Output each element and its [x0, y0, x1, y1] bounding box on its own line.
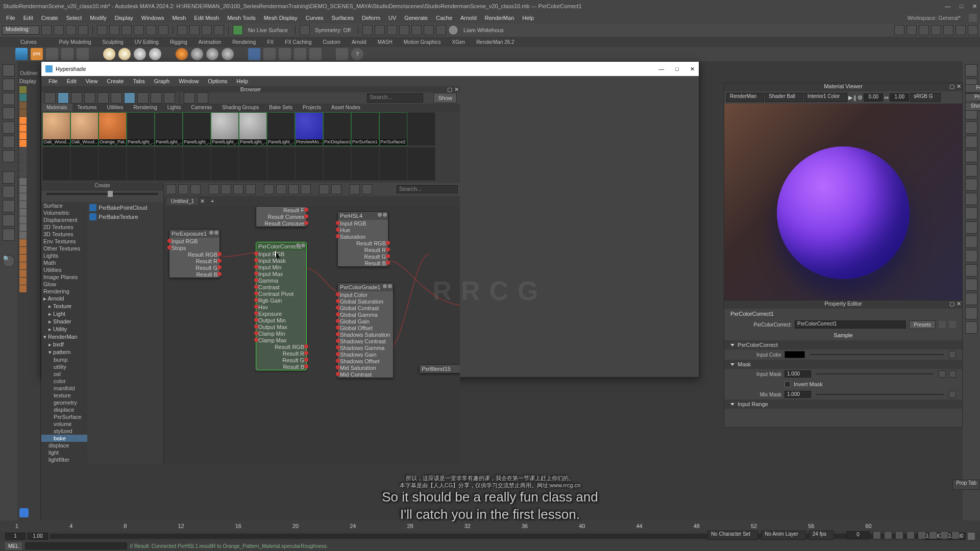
hs-menu-window[interactable]: Window — [175, 77, 203, 85]
mode-selector[interactable]: Modeling — [2, 26, 39, 35]
hs-menu-file[interactable]: File — [44, 77, 62, 85]
hs-menu-edit[interactable]: Edit — [63, 77, 81, 85]
outliner-item[interactable] — [19, 163, 27, 170]
panel-layout-icon[interactable] — [931, 25, 941, 35]
bins-tool[interactable] — [276, 184, 286, 194]
shelf-tab[interactable]: Rendering — [227, 38, 261, 46]
channel-icon[interactable] — [965, 179, 977, 191]
step-fwd-icon[interactable] — [940, 531, 948, 539]
menu-arnold[interactable]: Arnold — [457, 14, 480, 22]
property-icon[interactable] — [949, 321, 956, 328]
shelf-tab[interactable]: Rigging — [165, 38, 192, 46]
browser-btn[interactable] — [197, 92, 208, 104]
panel-layout-icon[interactable] — [955, 25, 966, 35]
browser-btn[interactable] — [97, 92, 109, 104]
hs-menu-tabs[interactable]: Tabs — [129, 77, 149, 85]
browser-tab[interactable]: Lights — [162, 104, 186, 111]
rewind-icon[interactable] — [873, 531, 881, 539]
shelf-button[interactable] — [248, 48, 260, 60]
panel-close-icon[interactable]: ✕ — [454, 86, 459, 93]
channel-icon[interactable] — [965, 279, 977, 291]
material-swatch[interactable]: PxrSurface2 — [379, 112, 407, 146]
browser-tab[interactable]: Rendering — [129, 104, 162, 111]
bins-tab-close-icon[interactable]: ✕ — [198, 198, 207, 205]
prev-key-icon[interactable] — [895, 531, 903, 539]
play-icon[interactable]: ▶ — [848, 94, 852, 101]
panel-layout-icon[interactable] — [943, 25, 953, 35]
channel-icon[interactable] — [965, 236, 977, 248]
hs-menu-options[interactable]: Options — [204, 77, 231, 85]
material-swatch[interactable]: Oak_Wood... — [42, 112, 70, 146]
fps-selector[interactable]: 24 fps — [809, 531, 834, 540]
menu-uv[interactable]: UV — [385, 14, 399, 22]
toolbar-icon[interactable] — [66, 25, 76, 35]
bins-tool[interactable] — [350, 184, 360, 194]
material-swatch[interactable]: PanelLight_... — [267, 112, 295, 146]
connect-icon[interactable] — [949, 370, 956, 378]
panel-layout-icon[interactable] — [906, 25, 917, 35]
toolbar-icon[interactable] — [121, 25, 132, 35]
hs-close-icon[interactable]: ✕ — [690, 66, 695, 72]
node-pxrcolorgrade[interactable]: PxrColorGrade1 Input Color Global Satura… — [337, 283, 394, 378]
next-key-icon[interactable] — [929, 531, 937, 539]
shelf-button[interactable] — [77, 48, 89, 60]
material-swatch[interactable]: PxrDisplace1 — [323, 112, 351, 146]
section-root[interactable]: PxrColorCorrect — [724, 340, 962, 349]
browser-tab[interactable]: Bake Sets — [264, 104, 298, 111]
shelf-tab[interactable]: FX Caching — [280, 38, 316, 46]
undock-icon[interactable]: ▢ — [447, 86, 452, 93]
shelf-light-icon[interactable] — [134, 48, 146, 60]
browser-btn[interactable] — [111, 92, 122, 104]
input-mask-field[interactable]: 1.000 — [785, 370, 811, 378]
channel-icon[interactable] — [965, 150, 977, 162]
panel-layout-icon[interactable] — [894, 25, 904, 35]
bins-tool[interactable] — [190, 184, 201, 194]
channel-icon[interactable] — [965, 64, 977, 77]
menu-create[interactable]: Create — [38, 14, 61, 22]
rotate-tool-icon[interactable] — [3, 107, 15, 119]
outliner-item[interactable] — [19, 102, 27, 109]
channel-icon[interactable] — [965, 264, 977, 277]
bins-tool[interactable] — [264, 184, 274, 194]
shelf-tab[interactable]: Curves — [15, 38, 42, 46]
browser-show-button[interactable]: Show — [433, 93, 457, 103]
shelf-button[interactable] — [263, 48, 276, 60]
shelf-light-icon[interactable] — [103, 48, 115, 60]
toolbar-icon[interactable] — [202, 25, 212, 35]
toolbar-icon[interactable] — [41, 25, 52, 35]
outliner-item[interactable] — [19, 232, 27, 239]
shelf-button[interactable] — [176, 48, 188, 60]
panel-close-icon[interactable]: ✕ — [957, 83, 961, 90]
channel-icon[interactable] — [965, 136, 977, 148]
menu-help[interactable]: Help — [519, 14, 537, 22]
browser-btn[interactable] — [137, 92, 149, 104]
maya-logo-icon[interactable] — [19, 508, 29, 517]
pause-icon[interactable]: ‖ — [853, 94, 856, 101]
browser-search[interactable]: Search... — [367, 93, 423, 103]
layout-icon[interactable] — [3, 200, 15, 212]
outliner-item[interactable] — [19, 255, 27, 262]
channel-icon[interactable] — [965, 293, 977, 305]
tree-item-bake[interactable]: bake — [41, 435, 87, 442]
channel-icon[interactable] — [965, 221, 977, 234]
shelf-tab[interactable]: UV Editing — [130, 38, 164, 46]
toolbar-icon[interactable] — [399, 25, 409, 35]
property-icon[interactable] — [939, 321, 946, 328]
scale-tool-icon[interactable] — [3, 121, 15, 134]
property-name-field[interactable]: PxrColorCorrect1 — [795, 320, 906, 329]
shelf-button-ipr[interactable]: IPR — [31, 48, 43, 60]
close-icon[interactable]: ✕ — [972, 3, 977, 10]
toolbar-icon[interactable] — [97, 25, 107, 35]
shelf-button[interactable] — [46, 48, 58, 60]
browser-btn[interactable] — [184, 92, 195, 104]
outliner-item[interactable] — [19, 170, 27, 178]
outliner-item[interactable] — [19, 140, 27, 147]
menu-generate[interactable]: Generate — [401, 14, 431, 22]
hs-menu-help[interactable]: Help — [232, 77, 252, 85]
viewer-presets-button[interactable]: Presets — [965, 93, 980, 102]
outliner-item[interactable] — [19, 132, 27, 139]
renderer-selector[interactable]: RenderMan — [726, 93, 764, 102]
invert-mask-checkbox[interactable] — [785, 381, 791, 387]
shelf-button[interactable] — [336, 48, 348, 60]
mix-mask-slider[interactable] — [816, 394, 944, 395]
